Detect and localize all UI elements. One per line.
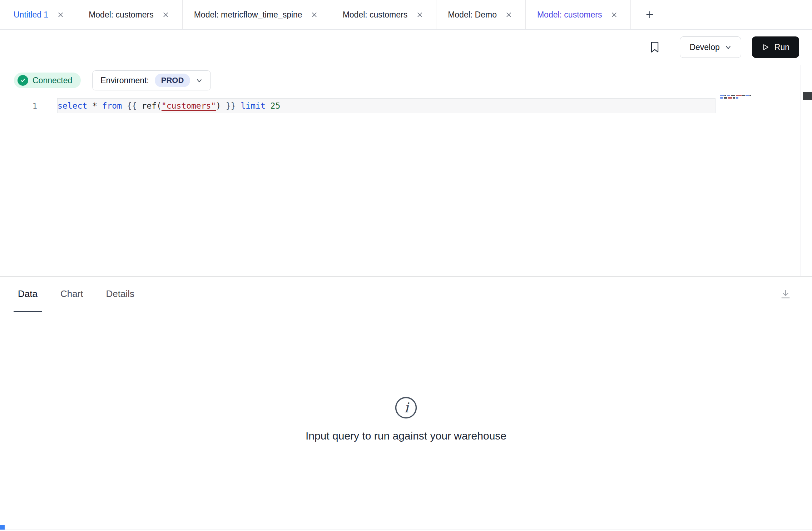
- chevron-down-icon: [725, 44, 732, 51]
- run-label: Run: [774, 43, 789, 52]
- tab-details[interactable]: Details: [102, 277, 139, 312]
- tab-label: Model: customers: [537, 10, 602, 20]
- tab-data-label: Data: [18, 288, 38, 299]
- tab-close-button[interactable]: [609, 10, 619, 20]
- tab-close-button[interactable]: [504, 10, 514, 20]
- environment-label: Environment:: [100, 76, 149, 85]
- tab-data[interactable]: Data: [14, 277, 42, 312]
- download-icon: [780, 289, 791, 300]
- minimap-line: [720, 95, 752, 96]
- editor-scrollbar-thumb[interactable]: [803, 92, 812, 100]
- tab-chart[interactable]: Chart: [56, 277, 88, 312]
- run-button[interactable]: Run: [752, 36, 799, 58]
- tab-close-button[interactable]: [161, 10, 171, 20]
- connected-label: Connected: [33, 76, 72, 85]
- sql-code-editor[interactable]: 1 select * from {{ ref("customers") }} l…: [0, 90, 812, 276]
- editor-tabbar: Untitled 1 Model: customers Model: metri…: [0, 0, 812, 30]
- code-line-1: 1 select * from {{ ref("customers") }} l…: [0, 98, 812, 113]
- tab-details-label: Details: [106, 288, 134, 299]
- editor-minimap[interactable]: [720, 95, 752, 100]
- environment-badge: PROD: [155, 74, 190, 87]
- tab-chart-label: Chart: [60, 288, 83, 299]
- editor-scrollbar-track: [801, 65, 801, 276]
- results-empty-state: i Input query to run against your wareho…: [0, 312, 812, 442]
- tab-model-customers-3[interactable]: Model: customers: [526, 0, 631, 29]
- develop-dropdown-button[interactable]: Develop: [680, 36, 741, 58]
- results-panel: Data Chart Details i Input query to run …: [0, 276, 812, 442]
- check-icon: [20, 78, 26, 83]
- close-icon: [58, 12, 64, 18]
- bookmark-icon: [649, 41, 660, 53]
- play-icon: [762, 43, 769, 51]
- active-line-highlight[interactable]: select * from {{ ref("customers") }} lim…: [57, 98, 716, 113]
- tab-model-customers-2[interactable]: Model: customers: [331, 0, 437, 29]
- code-text[interactable]: select * from {{ ref("customers") }} lim…: [58, 99, 280, 113]
- download-results-button[interactable]: [778, 287, 793, 302]
- svg-text:i: i: [404, 400, 410, 416]
- tab-close-button[interactable]: [55, 10, 65, 20]
- empty-state-message: Input query to run against your warehous…: [306, 430, 506, 442]
- close-icon: [506, 12, 512, 18]
- tab-untitled-1[interactable]: Untitled 1: [0, 0, 77, 29]
- close-icon: [163, 12, 169, 18]
- close-icon: [611, 12, 617, 18]
- tab-label: Model: metricflow_time_spine: [194, 10, 302, 20]
- tab-model-demo[interactable]: Model: Demo: [436, 0, 526, 29]
- tab-label: Model: Demo: [448, 10, 497, 20]
- tab-label: Untitled 1: [14, 10, 48, 20]
- close-icon: [417, 12, 423, 18]
- tab-label: Model: customers: [89, 10, 154, 20]
- new-tab-button[interactable]: [645, 0, 654, 29]
- tab-model-customers-1[interactable]: Model: customers: [77, 0, 183, 29]
- line-number: 1: [0, 101, 37, 110]
- connected-status-badge: Connected: [14, 73, 81, 88]
- connection-status-row: Connected Environment: PROD: [14, 70, 812, 90]
- tab-label: Model: customers: [343, 10, 408, 20]
- bottom-border: [0, 530, 812, 530]
- results-tabrow: Data Chart Details: [0, 277, 812, 312]
- editor-toolbar: Develop Run: [0, 30, 812, 65]
- close-icon: [311, 12, 317, 18]
- chevron-down-icon: [196, 77, 203, 84]
- minimap-line: [720, 97, 752, 99]
- plus-icon: [645, 10, 654, 19]
- develop-label: Develop: [689, 43, 719, 52]
- check-circle: [18, 75, 28, 86]
- environment-selector[interactable]: Environment: PROD: [92, 70, 211, 90]
- tab-close-button[interactable]: [310, 10, 320, 20]
- tab-close-button[interactable]: [415, 10, 425, 20]
- tab-model-metricflow-time-spine[interactable]: Model: metricflow_time_spine: [183, 0, 331, 29]
- bookmark-button[interactable]: [647, 39, 663, 55]
- bottom-left-indicator: [0, 525, 5, 530]
- info-icon: i: [395, 396, 417, 419]
